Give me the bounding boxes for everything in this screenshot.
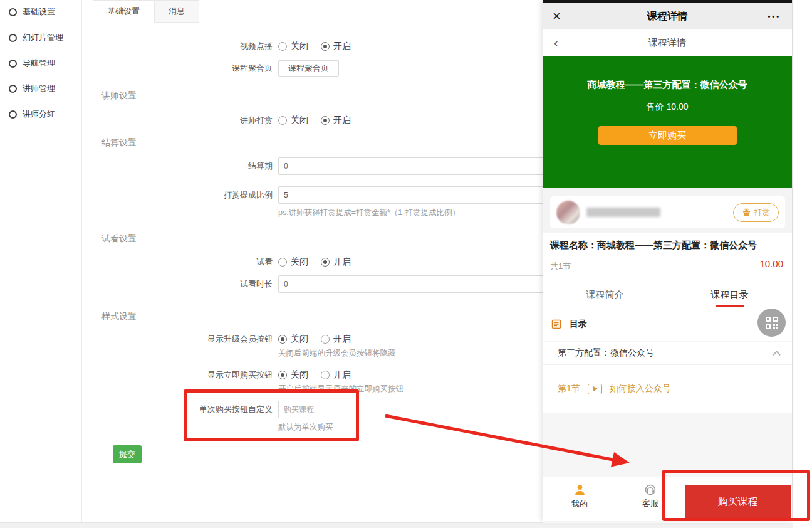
sidebar-item-navigation[interactable]: 导航管理 <box>9 58 55 69</box>
sidebar-item-label: 幻灯片管理 <box>23 32 63 43</box>
gift-icon <box>742 208 751 217</box>
radio-on-label: 开启 <box>333 369 351 381</box>
circle-bullet-icon <box>9 110 17 119</box>
mobile-tabbar: 我的 客服 购买课程 <box>543 477 792 519</box>
reward-rate-input[interactable] <box>278 186 577 204</box>
tabbar-service-label: 客服 <box>642 498 658 509</box>
document-icon <box>551 319 561 329</box>
radio-off[interactable] <box>278 258 287 267</box>
qr-code-icon[interactable] <box>757 309 786 337</box>
tab-messages[interactable]: 消息 <box>154 0 199 23</box>
radio-on[interactable] <box>321 335 330 344</box>
radio-off-label: 关闭 <box>291 256 308 268</box>
course-name: 课程名称：商城教程——第三方配置：微信公众号 <box>550 240 757 251</box>
author-name-redacted <box>586 208 660 217</box>
mobile-title: 课程详情 <box>543 10 792 23</box>
field-label: 显示升级会员按钮 <box>93 330 273 348</box>
hero-course-title: 商城教程——第三方配置：微信公众号 <box>543 79 792 91</box>
sidebar-item-label: 导航管理 <box>23 58 55 69</box>
aggregation-page-button[interactable]: 课程聚合页 <box>278 60 339 77</box>
reward-button-label: 打赏 <box>754 207 770 218</box>
course-hero: 商城教程——第三方配置：微信公众号 售价 10.00 立即购买 <box>543 56 792 188</box>
radio-on-label: 开启 <box>333 256 351 268</box>
tab-course-catalog[interactable]: 课程目录 <box>667 281 792 309</box>
sidebar-item-label: 基础设置 <box>23 6 55 18</box>
field-label: 结算期 <box>93 157 273 175</box>
radio-on[interactable] <box>321 371 330 379</box>
radio-off[interactable] <box>278 335 287 344</box>
field-note: ps:讲师获得打赏提成=打赏金额*（1-打赏提成比例） <box>278 208 577 218</box>
radio-off[interactable] <box>278 116 287 125</box>
course-tabs: 课程简介 课程目录 <box>543 281 792 309</box>
page-bottom-strip <box>0 523 812 528</box>
tab-course-intro[interactable]: 课程简介 <box>543 281 667 309</box>
more-icon[interactable]: ••• <box>768 13 781 20</box>
trial-duration-input[interactable] <box>278 275 577 293</box>
purchase-course-button[interactable]: 购买课程 <box>685 485 791 519</box>
reward-button[interactable]: 打赏 <box>733 203 779 222</box>
radio-off-label: 关闭 <box>291 115 308 126</box>
mobile-preview: × 课程详情 ••• ‹ 课程详情 商城教程——第三方配置：微信公众号 售价 1… <box>543 0 793 521</box>
chevron-up-icon <box>773 351 781 359</box>
hero-price: 售价 10.00 <box>543 102 792 113</box>
radio-on-label: 开启 <box>333 334 351 345</box>
buy-now-button[interactable]: 立即购买 <box>598 126 737 145</box>
sidebar: 基础设置 幻灯片管理 导航管理 讲师管理 讲师分红 <box>0 0 82 522</box>
lesson-number: 第1节 <box>558 383 580 394</box>
tabbar-service[interactable]: 客服 <box>633 483 667 509</box>
field-label: 单次购买按钮自定义 <box>93 401 273 418</box>
radio-off[interactable] <box>278 42 287 51</box>
circle-bullet-icon <box>9 34 17 42</box>
section-title-lecturer: 讲师设置 <box>102 90 137 102</box>
radio-on[interactable] <box>321 116 330 125</box>
radio-off-label: 关闭 <box>291 369 308 381</box>
tabbar-mine[interactable]: 我的 <box>563 483 596 510</box>
sidebar-item-label: 讲师分红 <box>23 108 55 120</box>
mobile-nav-title: 课程详情 <box>543 37 792 49</box>
sidebar-item-slides[interactable]: 幻灯片管理 <box>9 32 63 43</box>
mobile-navbar: ‹ 课程详情 <box>543 29 792 56</box>
section-title-trial: 试看设置 <box>102 233 137 245</box>
radio-off-label: 关闭 <box>291 41 308 52</box>
sidebar-item-lecturer-dividend[interactable]: 讲师分红 <box>9 108 55 120</box>
field-label: 视频点播 <box>93 38 273 55</box>
sidebar-item-basic-settings[interactable]: 基础设置 <box>9 6 55 18</box>
avatar <box>556 201 580 224</box>
chapter-row[interactable]: 第三方配置：微信公众号 <box>543 341 792 365</box>
section-title-style: 样式设置 <box>102 311 137 322</box>
sidebar-item-lecturer-manage[interactable]: 讲师管理 <box>9 83 55 94</box>
catalog-heading: 目录 <box>551 319 587 330</box>
tabbar-mine-label: 我的 <box>571 499 588 510</box>
page-scroll-gutter <box>793 0 812 528</box>
content-spacer <box>543 413 792 477</box>
radio-on[interactable] <box>321 258 330 267</box>
field-note: 开启后前端显示原来的立即购买按钮 <box>278 384 403 394</box>
field-label: 课程聚合页 <box>93 60 273 77</box>
radio-on-label: 开启 <box>333 41 351 52</box>
radio-off-label: 关闭 <box>291 334 308 345</box>
field-label: 试看 <box>93 253 273 271</box>
chapter-title: 第三方配置：微信公众号 <box>558 347 654 359</box>
field-note: 默认为单次购买 <box>278 422 577 433</box>
lesson-row[interactable]: 第1节 如何接入公众号 <box>558 378 671 400</box>
radio-on-label: 开启 <box>333 115 351 126</box>
radio-off[interactable] <box>278 371 287 379</box>
settings-panel: 基础设置 消息 视频点播 关闭 开启 课程聚合页 课程聚合页 讲师设置 讲师打赏 <box>83 0 584 522</box>
field-note: 关闭后前端的升级会员按钮将隐藏 <box>278 348 396 359</box>
section-title-settlement: 结算设置 <box>102 137 137 149</box>
page: 基础设置 幻灯片管理 导航管理 讲师管理 讲师分红 基础设置 消息 视频点播 <box>0 0 812 528</box>
field-label: 显示立即购买按钮 <box>93 366 273 384</box>
tab-basic-settings[interactable]: 基础设置 <box>93 0 154 23</box>
headset-icon <box>644 483 657 496</box>
circle-bullet-icon <box>9 85 17 93</box>
lesson-count: 共1节 <box>550 261 571 272</box>
field-label: 讲师打赏 <box>93 112 273 129</box>
sidebar-item-label: 讲师管理 <box>23 83 55 94</box>
purchase-button-custom-input[interactable] <box>278 401 577 418</box>
video-play-icon <box>588 384 602 394</box>
lesson-title: 如何接入公众号 <box>610 383 671 394</box>
submit-button[interactable]: 提交 <box>113 445 142 463</box>
radio-on[interactable] <box>321 42 330 51</box>
settlement-period-input[interactable] <box>278 157 577 175</box>
field-label: 打赏提成比例 <box>93 186 273 204</box>
